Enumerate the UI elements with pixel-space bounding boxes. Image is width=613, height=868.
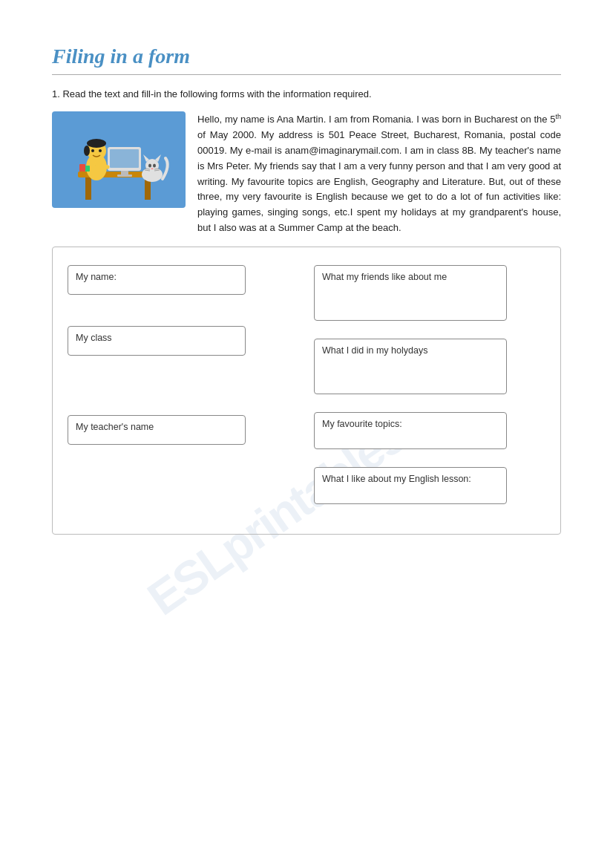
page-title: Filing in a form [52,45,561,68]
my-name-label: My name: [76,272,117,282]
english-lesson-label: What I like about my English lesson: [322,474,471,484]
friends-like-wrap: What my friends like about me [314,265,545,321]
form-left-column: My name: My class My teacher's name [68,265,306,516]
form-grid: My name: My class My teacher's name [68,265,545,516]
form-container: My name: My class My teacher's name [52,247,561,535]
my-class-label: My class [76,333,112,343]
friends-like-field[interactable]: What my friends like about me [314,265,507,321]
passage-text: Hello, my name is Ana Martin. I am from … [197,111,561,236]
my-class-wrap: My class [68,326,292,356]
english-lesson-field[interactable]: What I like about my English lesson: [314,467,507,504]
content-area: Hello, my name is Ana Martin. I am from … [52,111,561,236]
my-name-field[interactable]: My name: [68,265,246,295]
friends-like-label: What my friends like about me [322,272,447,282]
holydays-label: What I did in my holydays [322,345,427,356]
svg-rect-6 [121,171,128,174]
instruction-text: 1. Read the text and fill-in the followi… [52,88,561,99]
holydays-field[interactable]: What I did in my holydays [314,339,507,394]
favourite-topics-label: My favourite topics: [322,419,402,429]
illustration [52,111,186,208]
svg-rect-27 [85,166,90,172]
my-teachers-name-label: My teacher's name [76,422,154,432]
svg-rect-7 [117,174,132,177]
svg-rect-26 [79,164,85,172]
form-right-column: What my friends like about me What I did… [306,265,545,516]
svg-rect-5 [110,149,139,168]
holydays-wrap: What I did in my holydays [314,339,545,394]
my-teachers-name-field[interactable]: My teacher's name [68,415,246,445]
svg-point-12 [91,149,94,152]
svg-point-10 [87,139,106,148]
my-name-wrap: My name: [68,265,292,295]
svg-point-11 [84,146,90,156]
svg-rect-2 [85,177,91,200]
title-divider [52,74,561,75]
my-teachers-name-wrap: My teacher's name [68,415,292,445]
english-lesson-wrap: What I like about my English lesson: [314,467,545,504]
favourite-topics-wrap: My favourite topics: [314,412,545,449]
svg-point-13 [99,149,102,152]
favourite-topics-field[interactable]: My favourite topics: [314,412,507,449]
svg-point-20 [153,163,156,167]
svg-point-19 [148,163,151,167]
my-class-field[interactable]: My class [68,326,246,356]
